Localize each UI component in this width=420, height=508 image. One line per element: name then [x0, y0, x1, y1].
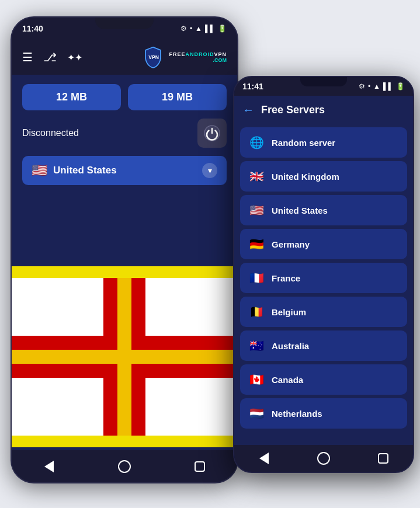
settings-icon-2: ⚙	[359, 82, 365, 91]
server-item-nl[interactable]: 🇳🇱 Netherlands	[240, 398, 407, 429]
server-name-de: Germany	[272, 239, 310, 249]
server-name-au: Australia	[272, 341, 309, 351]
server-flag-be: 🇧🇪	[248, 305, 265, 319]
server-flag-au: 🇦🇺	[248, 339, 265, 353]
home-nav-1[interactable]	[116, 458, 133, 475]
selected-flag: 🇺🇸	[32, 163, 47, 178]
server-name-fr: France	[272, 273, 300, 283]
server-flag-uk: 🇬🇧	[248, 169, 265, 183]
home-nav-2[interactable]	[315, 450, 332, 467]
menu-icon[interactable]: ☰	[22, 50, 33, 64]
server-name-random: Random server	[272, 138, 335, 148]
servers-title: Free Servers	[261, 104, 325, 116]
server-item-ca[interactable]: 🇨🇦 Canada	[240, 364, 407, 395]
dropdown-chevron: ▾	[202, 163, 217, 178]
dot-icon-2: •	[368, 82, 370, 91]
upload-value: 19 MB	[162, 91, 193, 103]
wifi-icon-1: ▲	[195, 25, 202, 33]
phone2-bottom-nav	[234, 445, 413, 472]
svg-text:VPN: VPN	[149, 54, 159, 60]
notch-1	[95, 18, 154, 29]
top-bar-1: ☰ ⎇ ✦✦ VPN FREEANDROIDVPN .COM	[12, 40, 237, 75]
phone1-screen: 11:40 ⚙ • ▲ ▌▌ 🔋 ☰ ⎇ ✦✦	[12, 18, 237, 482]
scene: 11:40 ⚙ • ▲ ▌▌ 🔋 ☰ ⎇ ✦✦	[0, 0, 420, 508]
stars-icon[interactable]: ✦✦	[67, 52, 82, 63]
top-icons: ☰ ⎇ ✦✦	[22, 50, 82, 64]
server-name-nl: Netherlands	[272, 409, 322, 419]
dot-icon-1: •	[190, 25, 192, 33]
connection-status: Disconnected	[22, 128, 79, 138]
mb-row: 12 MB 19 MB	[22, 84, 227, 110]
signal-icon-1: ▌▌	[205, 25, 215, 33]
server-list: 🌐 Random server 🇬🇧 United Kingdom 🇺🇸 Uni…	[234, 124, 413, 436]
flag-content	[12, 278, 237, 436]
selected-country-name: United States	[53, 165, 196, 176]
battery-icon-1: 🔋	[218, 25, 227, 33]
back-button[interactable]: ←	[242, 103, 254, 117]
status-icons-1: ⚙ • ▲ ▌▌ 🔋	[181, 25, 227, 33]
download-box: 12 MB	[22, 84, 121, 110]
phone2: 11:41 ⚙ • ▲ ▌▌ 🔋 ← Free Servers 🌐 Random	[233, 76, 414, 473]
logo-shield-icon: VPN	[142, 46, 164, 68]
status-icons-2: ⚙ • ▲ ▌▌ 🔋	[359, 82, 405, 91]
upload-box: 19 MB	[128, 84, 227, 110]
servers-header: ← Free Servers	[234, 96, 413, 124]
time-2: 11:41	[242, 82, 263, 91]
phone1-bottom-nav	[12, 450, 237, 482]
cross-center-gold	[110, 337, 139, 377]
svg-rect-3	[110, 351, 139, 360]
logo-domain: .COM	[213, 57, 227, 63]
server-item-us[interactable]: 🇺🇸 United States	[240, 195, 407, 225]
server-name-ca: Canada	[272, 375, 303, 385]
server-flag-us: 🇺🇸	[248, 203, 265, 217]
signal-icon-2: ▌▌	[383, 82, 393, 91]
server-flag-random: 🌐	[248, 135, 265, 149]
server-item-uk[interactable]: 🇬🇧 United Kingdom	[240, 161, 407, 192]
server-item-au[interactable]: 🇦🇺 Australia	[240, 330, 407, 361]
phone1: 11:40 ⚙ • ▲ ▌▌ 🔋 ☰ ⎇ ✦✦	[11, 16, 238, 483]
server-item-de[interactable]: 🇩🇪 Germany	[240, 229, 407, 259]
main-content-1: 12 MB 19 MB Disconnected	[12, 75, 237, 203]
server-name-us: United States	[272, 206, 328, 215]
server-item-be[interactable]: 🇧🇪 Belgium	[240, 297, 407, 327]
download-value: 12 MB	[56, 91, 87, 103]
settings-icon-1: ⚙	[181, 25, 187, 33]
recent-nav-2[interactable]	[375, 450, 391, 467]
battery-icon-2: 🔋	[396, 82, 405, 91]
recent-nav-1[interactable]	[192, 458, 208, 475]
server-flag-de: 🇩🇪	[248, 237, 265, 251]
chevron-down-icon: ▾	[208, 166, 212, 175]
wifi-icon-2: ▲	[373, 82, 380, 91]
server-flag-fr: 🇫🇷	[248, 271, 265, 285]
logo-area: FREEANDROIDVPN .COM	[169, 51, 227, 63]
server-item-fr[interactable]: 🇫🇷 France	[240, 263, 407, 293]
phone2-screen: 11:41 ⚙ • ▲ ▌▌ 🔋 ← Free Servers 🌐 Random	[234, 77, 413, 472]
server-name-uk: United Kingdom	[272, 172, 339, 182]
logo-line: FREEANDROIDVPN	[169, 51, 227, 57]
flag-yellow-top	[12, 266, 237, 278]
server-flag-ca: 🇨🇦	[248, 373, 265, 387]
disconnect-row: Disconnected	[22, 119, 227, 148]
server-flag-nl: 🇳🇱	[248, 406, 265, 420]
power-button[interactable]	[197, 119, 227, 148]
flag-yellow-bottom	[12, 436, 237, 447]
country-selector[interactable]: 🇺🇸 United States ▾	[22, 156, 227, 185]
flag-container	[12, 266, 237, 447]
back-nav-1[interactable]	[41, 458, 57, 475]
server-name-be: Belgium	[272, 307, 306, 317]
back-nav-2[interactable]	[256, 450, 272, 467]
notch-2	[300, 77, 347, 86]
power-icon	[203, 124, 221, 142]
time-1: 11:40	[22, 24, 43, 33]
server-item-random[interactable]: 🌐 Random server	[240, 127, 407, 158]
share-icon[interactable]: ⎇	[43, 50, 57, 64]
